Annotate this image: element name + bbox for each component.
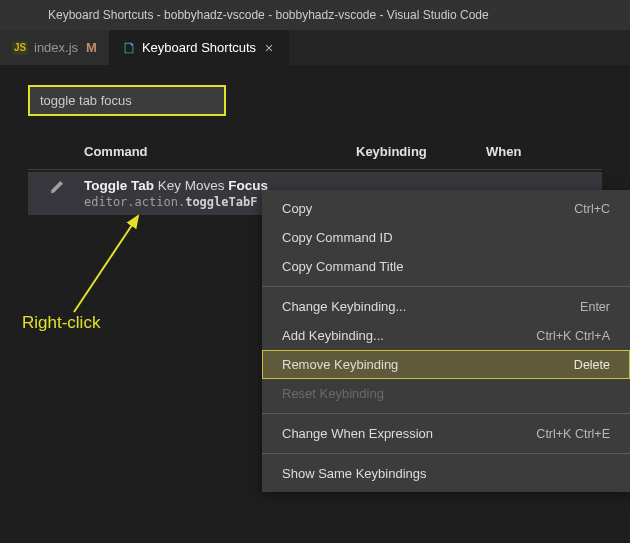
ctx-shortcut: Delete <box>574 358 610 372</box>
tab-indexjs[interactable]: JS index.js M <box>0 30 110 65</box>
ctx-shortcut: Ctrl+K Ctrl+E <box>536 427 610 441</box>
ctx-label: Change Keybinding... <box>282 299 406 314</box>
ctx-label: Add Keybinding... <box>282 328 384 343</box>
tab-label: Keyboard Shortcuts <box>142 40 256 55</box>
ctx-separator <box>262 286 630 287</box>
window-title: Keyboard Shortcuts - bobbyhadz-vscode - … <box>48 8 489 22</box>
ctx-label: Show Same Keybindings <box>282 466 427 481</box>
header-command[interactable]: Command <box>84 144 356 159</box>
tab-keyboard-shortcuts[interactable]: Keyboard Shortcuts <box>110 30 289 65</box>
edit-icon[interactable] <box>49 180 64 198</box>
ctx-copy-command-id[interactable]: Copy Command ID <box>262 223 630 252</box>
ctx-add-keybinding[interactable]: Add Keybinding... Ctrl+K Ctrl+A <box>262 321 630 350</box>
ctx-show-same[interactable]: Show Same Keybindings <box>262 459 630 488</box>
ctx-copy[interactable]: Copy Ctrl+C <box>262 194 630 223</box>
annotation-arrow <box>68 210 158 320</box>
ctx-label: Change When Expression <box>282 426 433 441</box>
window-title-bar: Keyboard Shortcuts - bobbyhadz-vscode - … <box>0 0 630 30</box>
ctx-label: Copy Command Title <box>282 259 403 274</box>
ctx-shortcut: Ctrl+K Ctrl+A <box>536 329 610 343</box>
modified-indicator: M <box>86 40 97 55</box>
header-when[interactable]: When <box>486 144 521 159</box>
ctx-copy-command-title[interactable]: Copy Command Title <box>262 252 630 281</box>
ctx-separator <box>262 453 630 454</box>
js-file-icon: JS <box>12 41 28 55</box>
svg-line-0 <box>74 216 138 312</box>
ctx-shortcut: Ctrl+C <box>574 202 610 216</box>
ctx-remove-keybinding[interactable]: Remove Keybinding Delete <box>262 350 630 379</box>
ctx-label: Remove Keybinding <box>282 357 398 372</box>
search-input[interactable]: toggle tab focus <box>28 85 226 116</box>
tab-bar: JS index.js M Keyboard Shortcuts <box>0 30 630 65</box>
ctx-shortcut: Enter <box>580 300 610 314</box>
ctx-reset-keybinding: Reset Keybinding <box>262 379 630 408</box>
tab-label: index.js <box>34 40 78 55</box>
ctx-change-keybinding[interactable]: Change Keybinding... Enter <box>262 292 630 321</box>
header-keybinding[interactable]: Keybinding <box>356 144 486 159</box>
ctx-label: Reset Keybinding <box>282 386 384 401</box>
ctx-separator <box>262 413 630 414</box>
column-headers: Command Keybinding When <box>28 144 602 159</box>
ctx-change-when[interactable]: Change When Expression Ctrl+K Ctrl+E <box>262 419 630 448</box>
ctx-label: Copy <box>282 201 312 216</box>
preferences-icon <box>122 41 136 55</box>
annotation-label: Right-click <box>22 313 100 333</box>
context-menu: Copy Ctrl+C Copy Command ID Copy Command… <box>262 190 630 492</box>
close-icon[interactable] <box>262 41 276 55</box>
ctx-label: Copy Command ID <box>282 230 393 245</box>
header-separator <box>28 169 602 170</box>
